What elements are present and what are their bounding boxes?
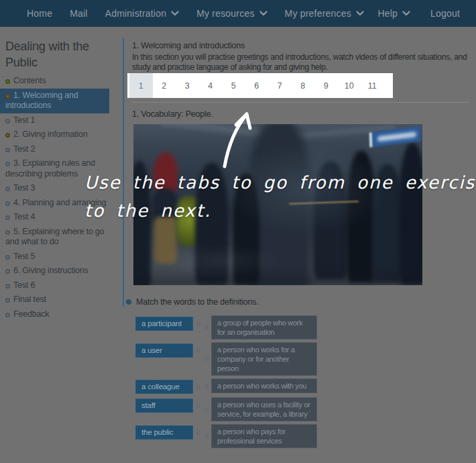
sidebar-item-1-welcoming-and-introductions[interactable]: 1. Welcoming and introductions <box>0 89 109 113</box>
nav-item-label: Help <box>377 8 398 19</box>
sidebar-item-label: Final test <box>13 295 46 304</box>
nav-item-my-resources[interactable]: My resources <box>196 8 267 19</box>
ring-bullet-icon <box>5 187 10 191</box>
sidebar-item-feedback[interactable]: Feedback <box>0 307 109 322</box>
sidebar-item-label: Test 3 <box>13 183 35 193</box>
nav-item-logout[interactable]: Logout <box>430 8 460 19</box>
tab-3[interactable]: 3 <box>176 73 199 98</box>
tab-8[interactable]: 8 <box>292 73 315 98</box>
match-row: the publica person who pays for professi… <box>135 424 337 448</box>
nav-item-my-preferences[interactable]: My preferences <box>285 8 364 19</box>
sidebar-item-2-giving-information[interactable]: 2. Giving information <box>0 127 109 142</box>
sidebar-item-test-5[interactable]: Test 5 <box>0 250 109 264</box>
sidebar-item-final-test[interactable]: Final test <box>0 293 109 307</box>
exercise-tabs: 1234567891011 <box>127 73 393 98</box>
match-exercise: a participanta group of people who work … <box>135 315 337 451</box>
chevron-down-icon <box>259 11 267 16</box>
sidebar-item-label: Contents <box>13 76 46 85</box>
nav-item-home[interactable]: Home <box>27 8 52 19</box>
match-word[interactable]: a colleague <box>135 380 193 394</box>
tab-6[interactable]: 6 <box>245 73 269 98</box>
exercise-heading: 1. Vocabulary: People. <box>132 109 213 119</box>
sidebar-item-label: Test 6 <box>13 280 35 290</box>
olive-bullet-icon <box>5 133 10 138</box>
section-title: 1. Welcoming and introductions <box>132 41 245 50</box>
course-menu: Contents1. Welcoming and introductionsTe… <box>0 74 109 321</box>
match-word[interactable]: a user <box>135 344 193 358</box>
sidebar-item-test-6[interactable]: Test 6 <box>0 278 109 293</box>
ring-bullet-icon <box>5 230 10 235</box>
connector-dot[interactable] <box>204 434 209 439</box>
sidebar-item-label: 3. Explaining rules and describing probl… <box>5 158 95 178</box>
tour-arrow-icon <box>216 106 256 173</box>
ring-bullet-icon <box>5 119 10 123</box>
divider <box>132 102 469 103</box>
sidebar-item-5-explaining-where-to-go-and-what-to-do[interactable]: 5. Explaining where to go and what to do <box>0 225 109 250</box>
ring-bullet-icon <box>5 284 10 289</box>
connector-dot[interactable] <box>196 430 200 435</box>
sidebar-item-6-giving-instructions[interactable]: 6. Giving instructions <box>0 264 109 278</box>
tour-note-line1: Use the tabs to go from one exercise <box>84 172 476 193</box>
match-row: a usera person who works for a company o… <box>135 342 337 376</box>
ring-bullet-icon <box>5 215 10 220</box>
sidebar-item-label: Feedback <box>13 309 49 319</box>
nav-item-administration[interactable]: Administration <box>105 8 180 19</box>
nav-item-label: Administration <box>105 8 167 19</box>
chevron-down-icon <box>171 11 179 16</box>
match-instruction-text: Match the words to the definitions. <box>136 297 259 307</box>
ring-bullet-icon <box>5 201 10 206</box>
bullet-icon <box>126 299 131 305</box>
match-definition[interactable]: a group of people who work for an organi… <box>211 315 317 340</box>
match-word[interactable]: a participant <box>135 317 193 331</box>
ring-bullet-icon <box>5 162 10 166</box>
sidebar-item-label: Test 5 <box>13 252 35 261</box>
connector-dot[interactable] <box>196 321 200 326</box>
sidebar-item-label: 1. Welcoming and introductions <box>5 91 78 111</box>
match-word[interactable]: the public <box>135 425 193 440</box>
match-definition[interactable]: a person who uses a facility or service,… <box>211 397 317 421</box>
nav-item-help[interactable]: Help <box>377 8 410 19</box>
tab-1[interactable]: 1 <box>129 73 153 98</box>
nav-item-label: Logout <box>430 8 460 19</box>
ring-bullet-icon <box>5 255 10 260</box>
match-definition[interactable]: a person who pays for professional servi… <box>211 424 317 448</box>
sidebar-item-contents[interactable]: Contents <box>0 74 109 89</box>
chevron-down-icon <box>356 11 364 16</box>
nav-item-mail[interactable]: Mail <box>70 8 87 19</box>
sidebar-item-label: 5. Explaining where to go and what to do <box>5 227 104 247</box>
match-definition[interactable]: a person who works for a company or for … <box>211 342 317 376</box>
nav-right-group: HelpLogout <box>377 8 460 19</box>
sidebar-item-test-1[interactable]: Test 1 <box>0 113 109 128</box>
sidebar-item-label: 6. Giving instructions <box>13 266 88 275</box>
nav-item-label: Home <box>27 8 52 19</box>
tab-11[interactable]: 11 <box>361 73 384 98</box>
tab-7[interactable]: 7 <box>268 73 292 98</box>
nav-item-label: Mail <box>70 8 87 19</box>
tab-2[interactable]: 2 <box>153 73 176 98</box>
sidebar-item-label: 2. Giving information <box>13 130 87 139</box>
course-title: Dealing with the Public <box>5 38 107 70</box>
connector-dot[interactable] <box>196 403 200 408</box>
connector-dot[interactable] <box>204 357 209 362</box>
orange-bullet-icon <box>5 94 10 99</box>
section-intro: In this section you will practise greeti… <box>132 52 471 72</box>
match-word[interactable]: staff <box>135 399 193 413</box>
ring-bullet-icon <box>5 298 10 303</box>
tab-9[interactable]: 9 <box>314 73 338 98</box>
connector-dot[interactable] <box>196 348 200 353</box>
tab-5[interactable]: 5 <box>222 73 245 98</box>
ring-bullet-icon <box>5 148 10 152</box>
tour-spotlight: 1234567891011 <box>127 73 393 98</box>
sidebar-item-test-2[interactable]: Test 2 <box>0 142 109 157</box>
nav-item-label: My resources <box>196 8 254 19</box>
connector-dot[interactable] <box>204 325 209 330</box>
connector-dot[interactable] <box>204 384 209 389</box>
connector-dot[interactable] <box>196 384 200 389</box>
match-instruction: Match the words to the definitions. <box>126 297 259 307</box>
tab-10[interactable]: 10 <box>338 73 361 98</box>
connector-dot[interactable] <box>204 407 209 412</box>
match-definition[interactable]: a person who works with you <box>211 378 317 393</box>
sidebar-item-label: Test 4 <box>13 212 35 221</box>
tab-4[interactable]: 4 <box>199 73 223 98</box>
chevron-down-icon <box>402 11 410 16</box>
